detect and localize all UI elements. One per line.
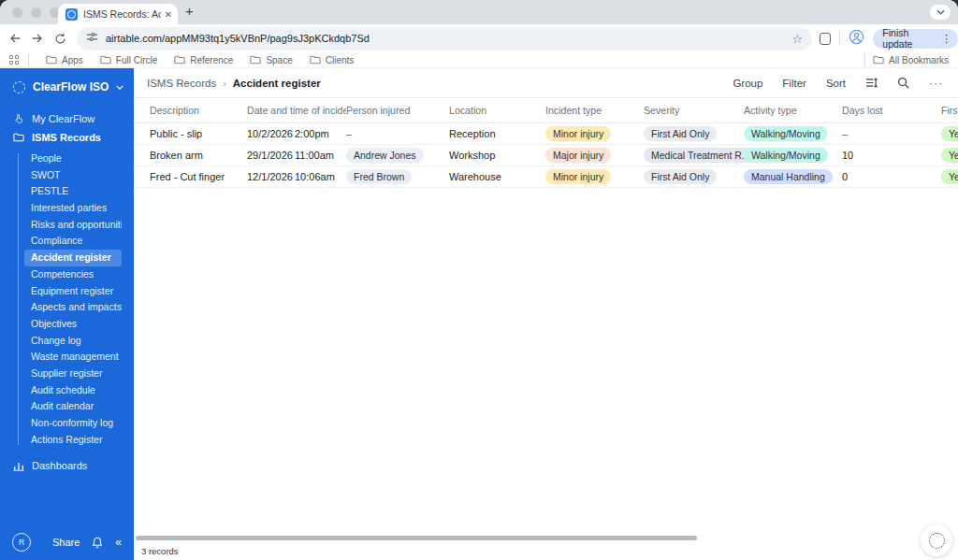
- workspace-name: ClearFlow ISO: [33, 80, 109, 93]
- all-bookmarks-button[interactable]: All Bookmarks: [873, 55, 949, 65]
- back-icon[interactable]: [7, 31, 22, 46]
- bookmark-star-icon[interactable]: ☆: [791, 32, 803, 46]
- cell-days-lost[interactable]: 10: [842, 150, 941, 161]
- breadcrumb-parent[interactable]: ISMS Records: [147, 78, 216, 89]
- share-button[interactable]: Share: [52, 537, 80, 548]
- search-icon[interactable]: [897, 77, 909, 89]
- sidebar-item-aspects-and-impacts[interactable]: Aspects and impacts: [24, 299, 122, 316]
- forward-icon[interactable]: [30, 31, 45, 46]
- incident-type-badge[interactable]: Minor injury: [545, 126, 611, 141]
- finish-update-button[interactable]: Finish update ⋮: [873, 29, 958, 49]
- cell-description[interactable]: Public - slip: [150, 128, 247, 139]
- tab-close-icon[interactable]: ✕: [165, 9, 172, 20]
- incident-type-badge[interactable]: Major injury: [545, 148, 611, 163]
- window-close-button[interactable]: [12, 7, 22, 18]
- sidebar-item-pestle[interactable]: PESTLE: [24, 183, 122, 200]
- person-chip[interactable]: Andrew Jones: [346, 148, 424, 163]
- cell-description[interactable]: Broken arm: [150, 150, 247, 161]
- severity-badge[interactable]: First Aid Only: [644, 126, 717, 141]
- reload-icon[interactable]: [52, 31, 67, 46]
- sidebar-item-waste-management[interactable]: Waste management: [24, 349, 122, 366]
- severity-badge[interactable]: Medical Treatment R...: [644, 148, 758, 163]
- new-tab-button[interactable]: +: [185, 3, 194, 19]
- table-row[interactable]: Broken arm 29/1/202611:00am Andrew Jones…: [134, 145, 958, 166]
- tab-overview-button[interactable]: [930, 5, 951, 20]
- sidebar-item-equipment-register[interactable]: Equipment register: [24, 283, 122, 300]
- sidebar-item-my-clearflow[interactable]: My ClearFlow: [0, 109, 134, 128]
- workspace-switcher[interactable]: ClearFlow ISO: [0, 68, 134, 93]
- cell-description[interactable]: Fred - Cut finger: [150, 171, 247, 182]
- bookmark-folder-apps[interactable]: Apps: [46, 55, 83, 65]
- column-header[interactable]: Description: [150, 105, 247, 116]
- activity-type-badge[interactable]: Walking/Moving: [744, 148, 828, 163]
- loading-button[interactable]: [921, 524, 952, 556]
- bookmark-folder-reference[interactable]: Reference: [174, 55, 233, 65]
- column-header[interactable]: Location: [449, 105, 545, 116]
- sidebar-item-supplier-register[interactable]: Supplier register: [24, 366, 122, 382]
- bell-icon[interactable]: [92, 537, 103, 549]
- more-options-icon[interactable]: ···: [929, 77, 943, 90]
- collapse-sidebar-icon[interactable]: «: [115, 536, 122, 549]
- table-row[interactable]: Fred - Cut finger 12/1/202610:06am Fred …: [134, 166, 958, 188]
- table-row[interactable]: Public - slip 10/2/20262:00pm – Receptio…: [134, 123, 958, 145]
- column-header[interactable]: Incident type: [545, 105, 644, 116]
- sidebar-item-risks-and-opportunities[interactable]: Risks and opportunities: [24, 217, 122, 234]
- filter-button[interactable]: Filter: [782, 78, 806, 89]
- sidebar-item-competencies[interactable]: Competencies: [24, 266, 122, 283]
- cell-days-lost[interactable]: 0: [842, 171, 941, 182]
- profile-avatar-icon[interactable]: [849, 29, 864, 49]
- column-header[interactable]: First a: [941, 105, 958, 116]
- activity-type-badge[interactable]: Walking/Moving: [744, 126, 828, 141]
- person-chip[interactable]: Fred Brown: [346, 169, 412, 184]
- cell-date-time[interactable]: 29/1/202611:00am: [247, 150, 346, 161]
- cell-location[interactable]: Reception: [449, 128, 545, 139]
- sidebar-item-swot[interactable]: SWOT: [24, 167, 122, 184]
- cell-days-lost[interactable]: –: [842, 128, 941, 139]
- cell-location[interactable]: Workshop: [449, 150, 545, 161]
- sidebar-item-change-log[interactable]: Change log: [24, 333, 122, 350]
- sidebar-item-accident-register[interactable]: Accident register: [24, 250, 122, 266]
- cell-date-time[interactable]: 10/2/20262:00pm: [247, 128, 346, 139]
- cell-person-injured[interactable]: –: [346, 128, 449, 139]
- browser-toolbar: airtable.com/appMM93tq1y5kVBnP/pag9sJ3pK…: [0, 24, 958, 52]
- column-header[interactable]: Person injured: [346, 105, 449, 116]
- user-avatar[interactable]: R: [12, 533, 31, 552]
- address-bar[interactable]: airtable.com/appMM93tq1y5kVBnP/pag9sJ3pK…: [77, 27, 812, 50]
- sidebar-item-isms-records[interactable]: ISMS Records: [0, 128, 134, 147]
- url-text[interactable]: airtable.com/appMM93tq1y5kVBnP/pag9sJ3pK…: [106, 33, 791, 44]
- bookmark-folder-full-circle[interactable]: Full Circle: [100, 55, 157, 65]
- severity-badge[interactable]: First Aid Only: [644, 169, 717, 184]
- column-header[interactable]: Activity type: [744, 105, 842, 116]
- sidebar-item-dashboards[interactable]: Dashboards: [0, 456, 134, 475]
- column-header[interactable]: Days lost: [842, 105, 941, 116]
- site-settings-icon[interactable]: [86, 30, 98, 47]
- column-header[interactable]: Date and time of incident: [247, 105, 346, 116]
- sidebar-item-objectives[interactable]: Objectives: [24, 316, 122, 333]
- activity-type-badge[interactable]: Manual Handling: [744, 169, 833, 184]
- finish-update-menu-icon[interactable]: ⋮: [941, 33, 951, 45]
- sidebar-item-non-conformity-log[interactable]: Non-conformity log: [24, 415, 122, 432]
- sidebar-item-audit-schedule[interactable]: Audit schedule: [24, 382, 122, 399]
- apps-grid-icon[interactable]: [9, 55, 19, 65]
- horizontal-scrollbar[interactable]: [136, 536, 697, 540]
- cell-location[interactable]: Warehouse: [449, 171, 545, 182]
- bookmark-folder-clients[interactable]: Clients: [310, 55, 355, 65]
- sort-button[interactable]: Sort: [826, 78, 846, 89]
- incident-type-badge[interactable]: Minor injury: [545, 169, 611, 184]
- first-aid-badge[interactable]: Yes: [941, 148, 958, 163]
- sidebar-item-compliance[interactable]: Compliance: [24, 233, 122, 250]
- reading-list-icon[interactable]: [820, 33, 831, 45]
- row-height-icon[interactable]: [865, 78, 878, 88]
- first-aid-badge[interactable]: Yes: [941, 169, 958, 184]
- browser-tab[interactable]: ISMS Records: Accident regis ✕: [58, 4, 178, 24]
- sidebar-item-people[interactable]: People: [24, 151, 122, 167]
- bookmark-folder-space[interactable]: Space: [250, 55, 292, 65]
- group-button[interactable]: Group: [733, 78, 762, 89]
- sidebar-item-actions-register[interactable]: Actions Register: [24, 432, 122, 449]
- cell-date-time[interactable]: 12/1/202610:06am: [247, 171, 346, 182]
- sidebar-item-audit-calendar[interactable]: Audit calendar: [24, 398, 122, 415]
- column-header[interactable]: Severity: [644, 105, 744, 116]
- first-aid-badge[interactable]: Yes: [941, 126, 958, 141]
- window-minimize-button[interactable]: [31, 7, 41, 18]
- sidebar-item-interested-parties[interactable]: Interested parties: [24, 200, 122, 217]
